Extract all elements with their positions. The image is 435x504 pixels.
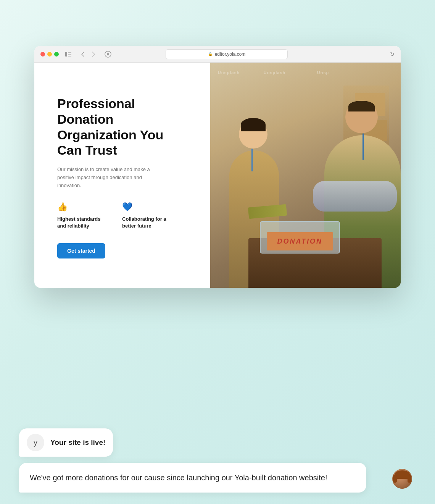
sidebar-toggle-icon[interactable] — [63, 49, 73, 59]
chat-testimonial-text: We've got more donations for our cause s… — [30, 473, 327, 482]
website-right-image: Unsplash Unsplash Unsp — [210, 63, 401, 288]
yola-avatar: y — [27, 434, 44, 451]
traffic-lights — [40, 52, 59, 57]
user-avatar — [392, 469, 412, 489]
donation-scene: Unsplash Unsplash Unsp — [210, 63, 401, 288]
chat-bubble-testimonial-wrapper: We've got more donations for our cause s… — [19, 463, 389, 493]
avatar-hair-side-l — [393, 475, 397, 483]
watermark-3: Unsp — [317, 70, 329, 75]
chat-bubble-live: y Your site is live! — [19, 428, 113, 457]
chat-live-text: Your site is live! — [50, 438, 105, 447]
reload-button[interactable]: ↻ — [390, 51, 395, 57]
feature-item-2: 💙 Collaborating for a better future — [122, 202, 172, 229]
svg-point-5 — [107, 53, 109, 55]
lanyard-right — [362, 133, 364, 160]
url-text: editor.yola.com — [215, 52, 246, 57]
person-left-head — [239, 120, 267, 149]
maximize-button[interactable] — [54, 52, 59, 57]
watermark-2: Unsplash — [264, 70, 286, 75]
avatar-hair-side-r — [408, 475, 411, 483]
get-started-button[interactable]: Get started — [57, 243, 105, 258]
website-left-panel: Professional Donation Organization You C… — [34, 63, 210, 288]
hoodie-sleeves — [313, 181, 397, 212]
donation-box-container: DONATION — [260, 212, 340, 254]
svg-rect-3 — [68, 56, 71, 57]
donation-label-text: DONATION — [277, 237, 322, 246]
watermark-1: Unsplash — [218, 70, 240, 75]
site-title: Professional Donation Organization You C… — [57, 96, 191, 158]
browser-window: 🔒 editor.yola.com ↻ Professional Donatio… — [34, 46, 401, 288]
donation-label-box: DONATION — [267, 232, 333, 250]
features-list: 👍 Highest standards and reliability 💙 Co… — [57, 202, 191, 229]
back-button[interactable] — [78, 49, 88, 59]
thumbs-up-icon: 👍 — [57, 202, 107, 212]
svg-rect-0 — [65, 52, 67, 57]
site-description: Our mission is to create value and make … — [57, 166, 156, 189]
feature-label-1: Highest standards and reliability — [57, 216, 107, 229]
minimize-button[interactable] — [47, 52, 52, 57]
lanyard-left — [251, 149, 253, 171]
person-left-hair — [241, 118, 266, 131]
person-right-hair — [348, 101, 375, 111]
lock-icon: 🔒 — [208, 52, 213, 56]
forward-button[interactable] — [89, 49, 98, 59]
nav-buttons — [78, 49, 98, 59]
svg-rect-2 — [68, 54, 71, 55]
address-bar[interactable]: 🔒 editor.yola.com — [166, 49, 288, 59]
chat-section: y Your site is live! We've got more dona… — [19, 428, 416, 493]
feature-label-2: Collaborating for a better future — [122, 216, 172, 229]
chat-bubble-testimonial: We've got more donations for our cause s… — [19, 463, 366, 493]
feature-item-1: 👍 Highest standards and reliability — [57, 202, 107, 229]
avatar-face — [392, 469, 412, 489]
svg-rect-1 — [68, 52, 71, 53]
privacy-icon — [105, 51, 112, 57]
heart-icon: 💙 — [122, 202, 172, 212]
browser-toolbar: 🔒 editor.yola.com ↻ — [34, 46, 401, 63]
person-right-head — [345, 101, 378, 133]
close-button[interactable] — [40, 52, 45, 57]
website-content: Professional Donation Organization You C… — [34, 63, 401, 288]
